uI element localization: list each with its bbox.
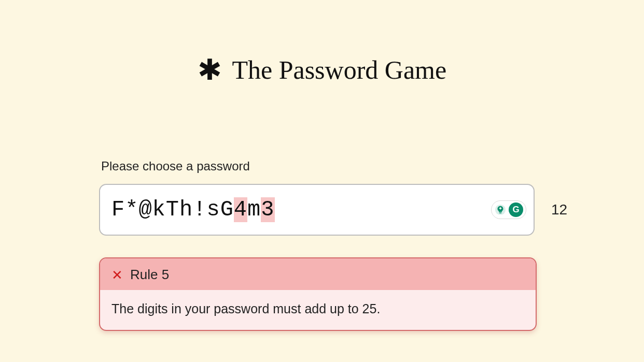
rule-text: The digits in your password must add up … [100,290,536,330]
lightbulb-icon [494,204,507,216]
play-area: Please choose a password F*@kTh!sG4m3 G … [99,159,545,331]
title-text: The Password Game [232,55,446,84]
rule-box: ✕ Rule 5 The digits in your password mus… [99,257,537,331]
rule-header: ✕ Rule 5 [100,258,536,290]
password-prompt: Please choose a password [101,159,545,173]
char-count: 12 [551,201,567,218]
password-input[interactable]: F*@kTh!sG4m3 G [99,184,535,236]
grammarly-logo-icon: G [509,202,523,217]
input-row: F*@kTh!sG4m3 G 12 [99,184,545,236]
page-title: ✱ The Password Game [0,0,644,86]
asterisk-icon: ✱ [198,53,226,86]
password-value: F*@kTh!sG4m3 [111,197,275,222]
svg-rect-1 [499,213,502,213]
rule-label: Rule 5 [130,267,169,283]
grammarly-widget[interactable]: G [491,200,526,219]
fail-x-icon: ✕ [111,268,123,282]
